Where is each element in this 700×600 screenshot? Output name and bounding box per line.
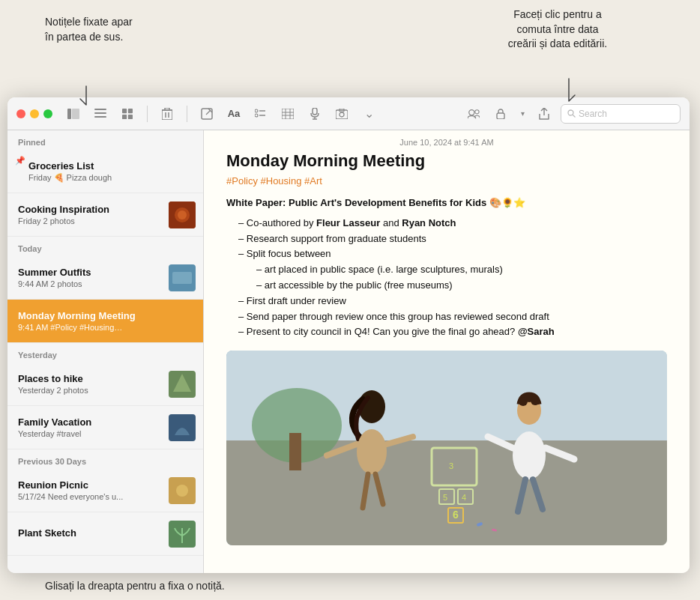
note-thumb-vacation (169, 414, 196, 441)
section-header-today: Today (7, 237, 203, 256)
note-item-plant[interactable]: Plant Sketch (7, 512, 203, 556)
svg-point-18 (255, 109, 258, 112)
section-header-yesterday: Yesterday (7, 343, 203, 363)
grid-view-button[interactable] (117, 103, 138, 124)
note-editor: June 10, 2024 at 9:41 AM Monday Morning … (204, 130, 690, 573)
note-meta-cooking: Friday 2 photos (18, 216, 164, 225)
svg-point-33 (469, 109, 474, 115)
photo-button[interactable] (331, 103, 352, 124)
svg-rect-7 (122, 114, 127, 118)
note-title-plant: Plant Sketch (18, 527, 149, 539)
note-text-plant: Plant Sketch (15, 527, 164, 540)
note-line-header: White Paper: Public Art's Development Be… (226, 196, 667, 211)
svg-point-34 (475, 109, 479, 113)
note-title-meeting: Monday Morning Meeting (18, 310, 149, 321)
svg-rect-6 (128, 109, 133, 113)
callout-right: Faceți clic pentru a comuta între data c… (483, 7, 633, 52)
note-thumb-cooking (169, 201, 196, 228)
section-header-30days: Previous 30 Days (7, 449, 203, 469)
minimize-button[interactable] (30, 109, 39, 118)
svg-rect-42 (172, 272, 192, 284)
content-area: Pinned 📌 Groceries List Friday 🍕 Pizza d… (7, 130, 690, 573)
svg-rect-27 (313, 108, 317, 115)
note-title-vacation: Family Vacation (18, 416, 149, 428)
svg-rect-22 (282, 109, 294, 119)
table-button[interactable] (277, 103, 298, 124)
note-meta-places: Yesterday 2 photos (18, 386, 164, 395)
svg-point-20 (255, 114, 258, 117)
svg-rect-60 (289, 433, 301, 470)
sidebar: Pinned 📌 Groceries List Friday 🍕 Pizza d… (7, 130, 204, 573)
collaborate-button[interactable] (463, 103, 484, 124)
note-thumb-outfits (169, 264, 196, 291)
svg-rect-4 (94, 116, 106, 118)
note-meta-reunion: 5/17/24 Need everyone's u... (18, 492, 164, 501)
toolbar-divider-1 (147, 106, 148, 122)
svg-text:5: 5 (443, 493, 447, 502)
new-note-button[interactable] (196, 103, 217, 124)
checklist-button[interactable] (250, 103, 271, 124)
note-bullet-5: – Send paper through review once this gr… (238, 309, 667, 325)
audio-button[interactable] (304, 103, 325, 124)
svg-rect-5 (122, 109, 127, 113)
svg-rect-8 (128, 114, 133, 118)
svg-point-62 (357, 429, 387, 474)
note-item-vacation[interactable]: Family Vacation Yesterday #travel (7, 406, 203, 449)
svg-line-37 (573, 115, 576, 118)
note-tags: #Policy #Housing #Art (226, 175, 667, 187)
svg-point-70 (531, 396, 540, 405)
note-bullet-6: – Present to city council in Q4! Can you… (238, 324, 667, 340)
note-text-cooking: Cooking Inspiration Friday 2 photos (15, 204, 164, 225)
svg-point-40 (178, 210, 187, 219)
svg-text:6: 6 (453, 509, 459, 521)
note-subbullet-1: – art placed in public space (i.e. large… (256, 262, 667, 278)
note-bullet-3: – Split focus between (238, 246, 667, 262)
note-title-outfits: Summer Outfits (18, 267, 149, 278)
note-meta-groceries: Friday 🍕 Pizza dough (28, 173, 196, 183)
note-text-places: Places to hike Yesterday 2 photos (15, 373, 164, 395)
note-bullet-4: – First draft under review (238, 294, 667, 309)
note-title-places: Places to hike (18, 373, 149, 384)
svg-text:3: 3 (449, 461, 453, 470)
svg-line-17 (206, 110, 211, 115)
note-date: June 10, 2024 at 9:41 AM (204, 130, 690, 151)
more-button[interactable]: ⌄ (358, 103, 379, 124)
note-item-outfits[interactable]: Summer Outfits 9:44 AM 2 photos (7, 256, 203, 300)
note-title-cooking: Cooking Inspiration (18, 204, 149, 215)
note-text-meeting: Monday Morning Meeting 9:41 AM #Policy #… (15, 310, 196, 332)
note-thumb-places (169, 371, 196, 398)
note-item-places[interactable]: Places to hike Yesterday 2 photos (7, 363, 203, 406)
note-content-title[interactable]: Monday Morning Meeting (226, 151, 667, 171)
pin-icon: 📌 (15, 156, 25, 166)
lock-button[interactable] (490, 103, 511, 124)
svg-text:4: 4 (462, 493, 466, 502)
note-image: 6 5 4 3 (226, 351, 667, 545)
delete-button[interactable] (157, 103, 178, 124)
note-text-reunion: Reunion Picnic 5/17/24 Need everyone's u… (15, 479, 164, 501)
note-text-groceries: Groceries List Friday 🍕 Pizza dough (15, 160, 196, 183)
toolbar-divider-2 (187, 106, 187, 122)
maximize-button[interactable] (43, 109, 52, 118)
lock-chevron-button[interactable]: ▾ (517, 103, 528, 124)
note-item-reunion[interactable]: Reunion Picnic 5/17/24 Need everyone's u… (7, 469, 203, 512)
section-header-pinned: Pinned (7, 130, 203, 150)
note-meta-outfits: 9:44 AM 2 photos (18, 279, 164, 288)
svg-point-47 (176, 485, 188, 497)
note-item-groceries[interactable]: 📌 Groceries List Friday 🍕 Pizza dough (7, 150, 203, 193)
traffic-lights (16, 109, 52, 118)
titlebar: Aa (7, 97, 690, 130)
note-text-vacation: Family Vacation Yesterday #travel (15, 416, 164, 438)
note-text-outfits: Summer Outfits 9:44 AM 2 photos (15, 267, 164, 288)
svg-point-32 (340, 112, 344, 117)
note-item-cooking[interactable]: Cooking Inspiration Friday 2 photos (7, 193, 203, 237)
close-button[interactable] (16, 109, 25, 118)
note-subbullet-2: – art accessible by the public (free mus… (256, 278, 667, 294)
svg-rect-9 (162, 110, 172, 120)
note-title-reunion: Reunion Picnic (18, 479, 149, 491)
note-body: White Paper: Public Art's Development Be… (226, 196, 667, 340)
note-bullet-2: – Research support from graduate student… (238, 231, 667, 247)
note-bullet-1: – Co-authored by Fleur Lasseur and Ryan … (238, 216, 667, 231)
svg-point-71 (513, 431, 546, 479)
text-format-button[interactable]: Aa (223, 103, 244, 124)
note-item-meeting[interactable]: Monday Morning Meeting 9:41 AM #Policy #… (7, 300, 203, 343)
